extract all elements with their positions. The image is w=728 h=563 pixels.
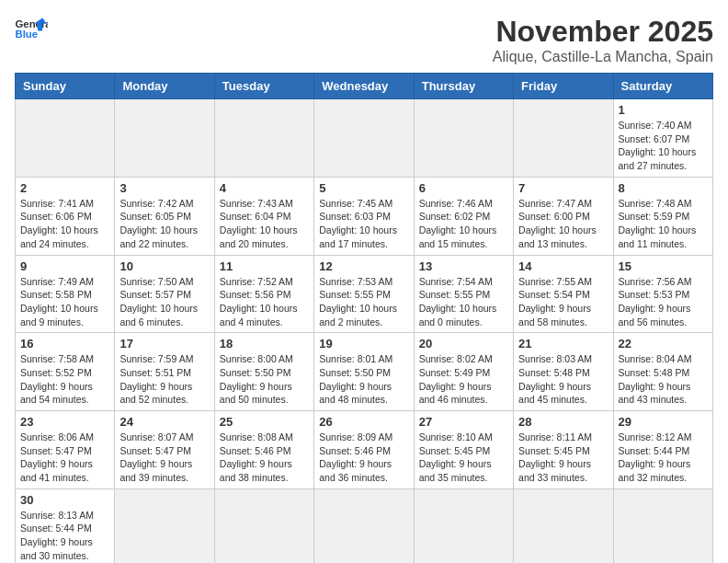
month-title: November 2025 (493, 15, 713, 49)
calendar-cell: 5Sunrise: 7:45 AM Sunset: 6:03 PM Daylig… (314, 177, 414, 255)
weekday-header-saturday: Saturday (613, 74, 712, 99)
day-info: Sunrise: 7:46 AM Sunset: 6:02 PM Dayligh… (419, 197, 508, 251)
day-info: Sunrise: 8:09 AM Sunset: 5:46 PM Dayligh… (319, 431, 408, 485)
calendar-table: SundayMondayTuesdayWednesdayThursdayFrid… (15, 73, 713, 563)
day-info: Sunrise: 8:04 AM Sunset: 5:48 PM Dayligh… (619, 352, 708, 407)
calendar-header: SundayMondayTuesdayWednesdayThursdayFrid… (16, 74, 713, 99)
day-info: Sunrise: 7:52 AM Sunset: 5:56 PM Dayligh… (220, 275, 309, 329)
title-area: November 2025 Alique, Castille-La Mancha… (493, 15, 713, 65)
calendar-cell: 27Sunrise: 8:10 AM Sunset: 5:45 PM Dayli… (414, 411, 513, 489)
day-number: 4 (220, 181, 309, 195)
calendar-cell (414, 488, 513, 563)
weekday-header-sunday: Sunday (16, 74, 115, 99)
day-info: Sunrise: 8:13 AM Sunset: 5:44 PM Dayligh… (20, 509, 109, 563)
svg-text:Blue: Blue (16, 29, 39, 40)
day-number: 6 (419, 181, 508, 195)
weekday-header-wednesday: Wednesday (314, 74, 414, 99)
day-number: 7 (518, 181, 608, 195)
day-info: Sunrise: 8:03 AM Sunset: 5:48 PM Dayligh… (518, 352, 608, 407)
calendar-cell: 16Sunrise: 7:58 AM Sunset: 5:52 PM Dayli… (16, 333, 115, 411)
weekday-header-thursday: Thursday (414, 74, 513, 99)
day-info: Sunrise: 8:12 AM Sunset: 5:44 PM Dayligh… (619, 431, 708, 485)
day-number: 9 (20, 259, 109, 273)
calendar-cell: 23Sunrise: 8:06 AM Sunset: 5:47 PM Dayli… (16, 411, 115, 489)
day-number: 15 (619, 259, 708, 273)
day-number: 12 (319, 259, 408, 273)
day-number: 10 (119, 259, 209, 273)
day-number: 16 (20, 337, 109, 350)
day-number: 20 (419, 337, 508, 350)
calendar-cell (514, 99, 613, 178)
day-info: Sunrise: 7:40 AM Sunset: 6:07 PM Dayligh… (619, 119, 708, 173)
day-info: Sunrise: 7:55 AM Sunset: 5:54 PM Dayligh… (518, 275, 608, 329)
day-number: 14 (518, 259, 608, 273)
day-info: Sunrise: 7:41 AM Sunset: 6:06 PM Dayligh… (20, 197, 109, 251)
calendar-cell: 12Sunrise: 7:53 AM Sunset: 5:55 PM Dayli… (314, 255, 414, 333)
day-info: Sunrise: 8:01 AM Sunset: 5:50 PM Dayligh… (319, 352, 408, 407)
calendar-cell: 15Sunrise: 7:56 AM Sunset: 5:53 PM Dayli… (613, 255, 712, 333)
day-number: 11 (220, 259, 309, 273)
calendar-cell: 30Sunrise: 8:13 AM Sunset: 5:44 PM Dayli… (16, 488, 115, 563)
calendar-cell: 17Sunrise: 7:59 AM Sunset: 5:51 PM Dayli… (115, 333, 214, 411)
calendar-week-row: 30Sunrise: 8:13 AM Sunset: 5:44 PM Dayli… (16, 488, 713, 563)
calendar-cell: 29Sunrise: 8:12 AM Sunset: 5:44 PM Dayli… (613, 411, 712, 489)
day-info: Sunrise: 7:47 AM Sunset: 6:00 PM Dayligh… (518, 197, 608, 251)
day-number: 18 (220, 337, 309, 350)
calendar-cell (214, 488, 313, 563)
calendar-cell: 19Sunrise: 8:01 AM Sunset: 5:50 PM Dayli… (314, 333, 414, 411)
calendar-cell: 28Sunrise: 8:11 AM Sunset: 5:45 PM Dayli… (514, 411, 613, 489)
day-info: Sunrise: 7:54 AM Sunset: 5:55 PM Dayligh… (419, 275, 508, 329)
logo: General Blue (15, 15, 48, 40)
day-number: 21 (518, 337, 608, 350)
calendar-cell: 9Sunrise: 7:49 AM Sunset: 5:58 PM Daylig… (16, 255, 115, 333)
weekday-header-row: SundayMondayTuesdayWednesdayThursdayFrid… (16, 74, 713, 99)
day-number: 5 (319, 181, 408, 195)
day-info: Sunrise: 7:43 AM Sunset: 6:04 PM Dayligh… (220, 197, 309, 251)
weekday-header-monday: Monday (115, 74, 214, 99)
day-number: 23 (20, 415, 109, 429)
day-info: Sunrise: 7:50 AM Sunset: 5:57 PM Dayligh… (119, 275, 209, 329)
calendar-cell: 26Sunrise: 8:09 AM Sunset: 5:46 PM Dayli… (314, 411, 414, 489)
day-number: 22 (619, 337, 708, 350)
calendar-cell: 3Sunrise: 7:42 AM Sunset: 6:05 PM Daylig… (115, 177, 214, 255)
day-number: 3 (119, 181, 209, 195)
calendar-cell: 10Sunrise: 7:50 AM Sunset: 5:57 PM Dayli… (115, 255, 214, 333)
calendar-cell: 18Sunrise: 8:00 AM Sunset: 5:50 PM Dayli… (214, 333, 313, 411)
calendar-cell (314, 99, 414, 178)
day-number: 1 (619, 103, 708, 117)
calendar-cell: 24Sunrise: 8:07 AM Sunset: 5:47 PM Dayli… (115, 411, 214, 489)
day-number: 13 (419, 259, 508, 273)
calendar-cell: 11Sunrise: 7:52 AM Sunset: 5:56 PM Dayli… (214, 255, 313, 333)
generalblue-logo-icon: General Blue (15, 15, 48, 40)
calendar-cell (16, 99, 115, 178)
day-number: 30 (20, 493, 109, 507)
day-info: Sunrise: 8:06 AM Sunset: 5:47 PM Dayligh… (20, 431, 109, 485)
calendar-cell (214, 99, 313, 178)
day-number: 17 (119, 337, 209, 350)
day-info: Sunrise: 8:11 AM Sunset: 5:45 PM Dayligh… (518, 431, 608, 485)
day-info: Sunrise: 8:10 AM Sunset: 5:45 PM Dayligh… (419, 431, 508, 485)
day-number: 26 (319, 415, 408, 429)
calendar-week-row: 1Sunrise: 7:40 AM Sunset: 6:07 PM Daylig… (16, 99, 713, 178)
calendar-cell (115, 488, 214, 563)
day-info: Sunrise: 8:08 AM Sunset: 5:46 PM Dayligh… (220, 431, 309, 485)
day-number: 19 (319, 337, 408, 350)
day-info: Sunrise: 7:45 AM Sunset: 6:03 PM Dayligh… (319, 197, 408, 251)
day-info: Sunrise: 7:48 AM Sunset: 5:59 PM Dayligh… (619, 197, 708, 251)
location-title: Alique, Castille-La Mancha, Spain (493, 49, 713, 65)
day-info: Sunrise: 7:49 AM Sunset: 5:58 PM Dayligh… (20, 275, 109, 329)
day-number: 29 (619, 415, 708, 429)
day-number: 2 (20, 181, 109, 195)
calendar-cell: 20Sunrise: 8:02 AM Sunset: 5:49 PM Dayli… (414, 333, 513, 411)
day-number: 8 (619, 181, 708, 195)
day-number: 27 (419, 415, 508, 429)
calendar-cell: 14Sunrise: 7:55 AM Sunset: 5:54 PM Dayli… (514, 255, 613, 333)
calendar-body: 1Sunrise: 7:40 AM Sunset: 6:07 PM Daylig… (16, 99, 713, 564)
calendar-cell (115, 99, 214, 178)
weekday-header-friday: Friday (514, 74, 613, 99)
day-number: 24 (119, 415, 209, 429)
calendar-week-row: 16Sunrise: 7:58 AM Sunset: 5:52 PM Dayli… (16, 333, 713, 411)
calendar-cell: 13Sunrise: 7:54 AM Sunset: 5:55 PM Dayli… (414, 255, 513, 333)
day-info: Sunrise: 7:59 AM Sunset: 5:51 PM Dayligh… (119, 352, 209, 407)
day-info: Sunrise: 8:07 AM Sunset: 5:47 PM Dayligh… (119, 431, 209, 485)
